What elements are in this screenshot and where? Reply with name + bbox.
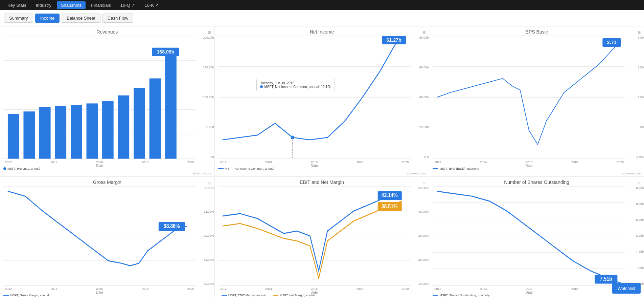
- btn-summary[interactable]: Summary: [4, 14, 33, 23]
- chart-gross-margin: Gross Margin ≡ 80.00% 75.00% 70.00% 65.0…: [0, 177, 215, 297]
- net-income-chart-svg: 61.27b: [218, 36, 411, 159]
- revenues-legend-dot: [3, 167, 6, 170]
- ni-y1: 0.0: [411, 155, 429, 159]
- chart-gm-title: Gross Margin: [0, 179, 214, 185]
- chart-ebit-margin: EBIT and Net Margin ≡ 50.00% 40.00% 30.0…: [215, 177, 430, 297]
- svg-text:7.51b: 7.51b: [600, 275, 612, 281]
- revenues-x4: 2018: [142, 161, 148, 164]
- svg-rect-14: [134, 88, 145, 158]
- revenues-y2: 50.00b: [197, 125, 214, 129]
- nav-key-stats[interactable]: Key Stats: [3, 1, 30, 9]
- chart-eps-menu[interactable]: ≡: [638, 30, 641, 36]
- nav-snapshots[interactable]: Snapshots: [57, 1, 86, 9]
- revenues-watermark: stockrow.com: [0, 172, 214, 175]
- chart-shares-menu[interactable]: ≡: [638, 180, 641, 186]
- chart-ebit-menu[interactable]: ≡: [422, 180, 426, 186]
- svg-point-25: [291, 135, 294, 139]
- svg-rect-9: [55, 106, 67, 158]
- eps-watermark: stockrow.com: [429, 172, 644, 175]
- revenues-y4: 150.00b: [197, 66, 214, 69]
- chart-revenues-menu[interactable]: ≡: [208, 30, 211, 36]
- ni-y5: 80.00b: [411, 36, 429, 39]
- revenues-x3: 2016: [96, 161, 103, 164]
- svg-text:2.71: 2.71: [607, 39, 617, 45]
- chart-net-income: Net Income ≡ 80.00b 60.00b 40.00b 20.00b…: [215, 26, 430, 177]
- svg-text:68.86%: 68.86%: [163, 223, 180, 229]
- svg-rect-8: [39, 107, 51, 158]
- revenues-y5: 200.00b: [197, 36, 214, 39]
- chart-eps-title: EPS Basic: [429, 29, 644, 35]
- svg-rect-7: [23, 111, 35, 158]
- svg-text:168.09b: 168.09b: [157, 49, 174, 55]
- chart-gm-menu[interactable]: ≡: [208, 180, 211, 186]
- revenues-y1: 0.0: [197, 155, 214, 159]
- gm-chart-svg: 68.86%: [3, 186, 196, 285]
- top-navigation: Key Stats Industry Snapshots Financials …: [0, 0, 644, 10]
- chart-shares: Number of Shares Outstanding ≡ 8.75b 8.5…: [429, 177, 644, 297]
- eps-x-label: Date: [433, 164, 625, 168]
- chart-revenues-title: Revenues: [0, 29, 214, 35]
- nav-10k[interactable]: 10-K ↗: [140, 1, 163, 9]
- ni-x-label: Date: [218, 164, 411, 168]
- chart-net-income-title: Net Income: [215, 29, 429, 35]
- revenues-x2: 2014: [51, 161, 58, 164]
- revenues-x5: 2020: [187, 161, 194, 164]
- ni-y4: 60.00b: [411, 66, 429, 69]
- svg-rect-16: [165, 56, 177, 159]
- svg-rect-13: [118, 96, 130, 159]
- revenues-x1: 2012: [5, 161, 12, 164]
- svg-rect-11: [87, 103, 98, 158]
- revenues-chart-svg: 168.09b: [3, 36, 196, 159]
- ni-y2: 20.00b: [411, 125, 429, 129]
- ni-watermark: stockrow.com: [215, 172, 429, 175]
- svg-rect-15: [150, 79, 161, 159]
- chart-revenues: Revenues ≡ 200.00b 150.00b 100.00b 50.00…: [0, 26, 215, 177]
- eps-chart-svg: 2.71: [433, 36, 625, 159]
- shares-x-label: Date: [433, 291, 625, 294]
- revenues-y3: 100.00b: [197, 96, 214, 99]
- ebit-chart-svg: 42.14% 38.51%: [218, 186, 411, 285]
- nav-industry[interactable]: Industry: [32, 1, 55, 9]
- chart-shares-title: Number of Shares Outstanding: [429, 179, 644, 185]
- svg-rect-12: [102, 101, 114, 158]
- gm-x-label: Date: [3, 291, 196, 294]
- svg-text:38.51%: 38.51%: [381, 203, 398, 209]
- svg-text:42.14%: 42.14%: [381, 192, 398, 198]
- ebit-x-label: Date: [218, 291, 411, 294]
- chart-net-income-menu[interactable]: ≡: [422, 30, 426, 36]
- sub-navigation: Summary Income Balance Sheet Cash Flow: [0, 10, 644, 26]
- chart-eps-basic: EPS Basic ≡ 3.00 2.00 1.00 0.00 (1.00) 2…: [429, 26, 644, 177]
- chart-ebit-title: EBIT and Net Margin: [215, 179, 429, 185]
- btn-income[interactable]: Income: [35, 14, 60, 23]
- svg-rect-6: [8, 114, 19, 158]
- revenues-x-label: Date: [3, 164, 196, 168]
- charts-grid: Revenues ≡ 200.00b 150.00b 100.00b 50.00…: [0, 26, 644, 297]
- btn-cash-flow[interactable]: Cash Flow: [102, 14, 133, 23]
- svg-rect-10: [71, 105, 82, 159]
- btn-balance-sheet[interactable]: Balance Sheet: [62, 14, 100, 23]
- svg-text:61.27b: 61.27b: [386, 37, 401, 43]
- nav-financials[interactable]: Financials: [87, 1, 115, 9]
- watchlist-button[interactable]: Watchlist: [612, 283, 641, 294]
- shares-chart-svg: 7.51b: [433, 186, 625, 285]
- nav-10q[interactable]: 10-Q ↗: [116, 1, 139, 9]
- ni-y3: 40.00b: [411, 96, 429, 99]
